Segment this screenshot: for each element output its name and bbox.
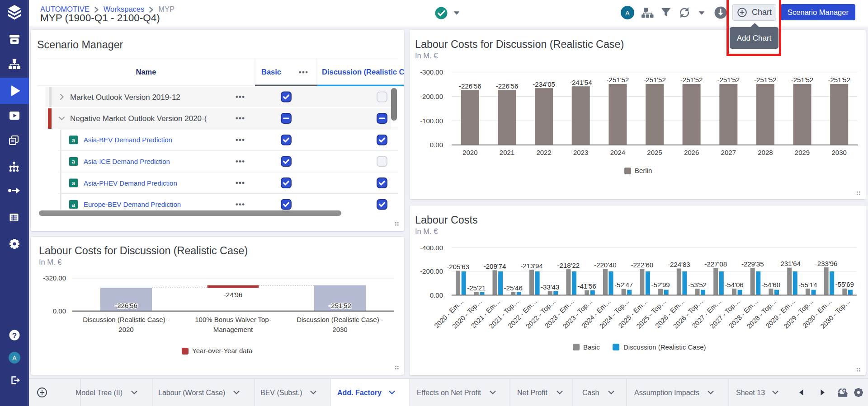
svg-text:Net Profit: Net Profit <box>517 389 547 397</box>
svg-text:2028: 2028 <box>758 149 773 156</box>
svg-text:-55'14: -55'14 <box>798 281 817 289</box>
svg-text:Basic: Basic <box>261 68 281 76</box>
svg-text:-226'56: -226'56 <box>496 82 519 90</box>
svg-text:2030: 2030 <box>832 149 847 156</box>
svg-text:-25'21: -25'21 <box>467 284 486 292</box>
svg-text:Name: Name <box>136 68 156 76</box>
svg-text:a: a <box>72 158 75 165</box>
svg-text:Model Tree (II): Model Tree (II) <box>75 389 123 397</box>
svg-text:Sheet 13: Sheet 13 <box>736 389 765 397</box>
svg-text:-251'52: -251'52 <box>329 302 351 309</box>
svg-text:2021: 2021 <box>500 149 514 156</box>
svg-text:-231'64: -231'64 <box>778 260 801 267</box>
svg-text:Basic: Basic <box>583 343 600 351</box>
svg-text:-200.00: -200.00 <box>420 267 443 275</box>
svg-text:0.00: 0.00 <box>53 307 66 315</box>
svg-text:Scenario Manager: Scenario Manager <box>37 39 123 51</box>
svg-text:A: A <box>625 9 630 17</box>
svg-text:-251'52: -251'52 <box>607 76 629 84</box>
svg-text:0.00: 0.00 <box>430 291 443 299</box>
svg-text:2026: 2026 <box>684 149 699 156</box>
svg-text:0.00: 0.00 <box>430 141 443 149</box>
svg-text:Year-over-Year data: Year-over-Year data <box>192 347 253 355</box>
svg-text:?: ? <box>12 331 17 340</box>
svg-text:2023: 2023 <box>573 149 588 156</box>
svg-text:-251'52: -251'52 <box>791 76 814 84</box>
svg-text:-229'35: -229'35 <box>741 260 764 268</box>
svg-text:-54'60: -54'60 <box>762 281 780 289</box>
svg-text:-33'43: -33'43 <box>541 283 559 291</box>
svg-text:Effects on Net Profit: Effects on Net Profit <box>417 389 481 397</box>
svg-text:-222'60: -222'60 <box>631 261 654 269</box>
svg-text:Discussion (Realistic C: Discussion (Realistic C <box>322 68 404 76</box>
svg-text:Labour (Worst Case): Labour (Worst Case) <box>158 389 225 397</box>
svg-text:-24'96: -24'96 <box>224 291 242 299</box>
svg-text:-25'46: -25'46 <box>504 284 523 292</box>
svg-text:Discussion (Realistic Case) -: Discussion (Realistic Case) - <box>297 316 383 323</box>
svg-text:-54'06: -54'06 <box>725 281 743 289</box>
svg-text:a: a <box>72 180 75 187</box>
svg-text:2029: 2029 <box>795 149 810 156</box>
svg-text:-251'52: -251'52 <box>643 76 666 84</box>
svg-text:A: A <box>12 355 17 362</box>
svg-text:-300.00: -300.00 <box>420 68 443 76</box>
svg-text:-241'54: -241'54 <box>570 79 592 86</box>
svg-text:-220'40: -220'40 <box>594 261 617 269</box>
svg-text:a: a <box>72 137 75 144</box>
svg-text:-251'52: -251'52 <box>680 76 703 84</box>
svg-text:-251'52: -251'52 <box>828 76 850 84</box>
svg-text:-52'99: -52'99 <box>651 281 670 289</box>
svg-text:Asia-BEV Demand Prediction: Asia-BEV Demand Prediction <box>84 136 172 144</box>
svg-text:-52'47: -52'47 <box>614 281 633 289</box>
svg-text:Cash: Cash <box>582 389 599 397</box>
svg-text:2025: 2025 <box>647 149 662 156</box>
svg-text:-41'56: -41'56 <box>578 282 596 290</box>
svg-text:Management: Management <box>213 326 253 333</box>
svg-text:-400.00: -400.00 <box>420 244 443 252</box>
svg-text:2020: 2020 <box>118 326 133 333</box>
svg-text:-226'56: -226'56 <box>115 302 137 309</box>
svg-text:Market Outlook Version 2019-12: Market Outlook Version 2019-12 <box>70 93 180 102</box>
svg-text:-209'74: -209'74 <box>484 262 506 270</box>
svg-text:Discussion (Realistic Case) -: Discussion (Realistic Case) - <box>83 316 170 323</box>
svg-text:Asia-PHEV Demand Prediction: Asia-PHEV Demand Prediction <box>84 179 177 187</box>
svg-text:-53'52: -53'52 <box>688 281 707 289</box>
svg-text:-224'83: -224'83 <box>668 261 690 268</box>
svg-text:Asia-ICE Demand Prediction: Asia-ICE Demand Prediction <box>84 158 170 165</box>
svg-text:-218'22: -218'22 <box>557 261 580 269</box>
svg-text:Add. Factory: Add. Factory <box>337 389 382 397</box>
svg-text:-251'52: -251'52 <box>717 76 740 84</box>
svg-text:Berlin: Berlin <box>635 167 652 174</box>
svg-text:Assumption Impacts: Assumption Impacts <box>634 389 699 397</box>
svg-text:-233'96: -233'96 <box>815 260 838 267</box>
svg-text:-55'69: -55'69 <box>835 280 854 288</box>
svg-text:-100.00: -100.00 <box>420 117 443 125</box>
svg-text:-251'52: -251'52 <box>754 76 777 84</box>
svg-text:Europe-BEV Demand Prediction: Europe-BEV Demand Prediction <box>84 201 181 208</box>
svg-text:-226'56: -226'56 <box>459 82 481 90</box>
svg-text:2020: 2020 <box>462 149 477 156</box>
svg-text:-205'63: -205'63 <box>447 263 469 271</box>
svg-text:-234'05: -234'05 <box>533 80 555 88</box>
svg-text:2027: 2027 <box>721 149 736 156</box>
svg-text:2024: 2024 <box>610 149 625 156</box>
svg-text:Discussion (Realistic Case): Discussion (Realistic Case) <box>623 343 706 351</box>
svg-text:-213'94: -213'94 <box>520 262 543 270</box>
svg-text:a: a <box>72 201 75 208</box>
svg-text:2022: 2022 <box>536 149 551 156</box>
svg-text:BEV (Subst.): BEV (Subst.) <box>260 389 302 397</box>
svg-text:-320.00: -320.00 <box>43 274 66 282</box>
svg-text:Negative Market Outlook Versio: Negative Market Outlook Version 2020-( <box>70 114 207 123</box>
svg-text:-227'08: -227'08 <box>704 260 727 268</box>
svg-text:2030: 2030 <box>332 326 347 333</box>
svg-text:100% Bonus Waiver Top-: 100% Bonus Waiver Top- <box>195 316 271 323</box>
svg-text:-200.00: -200.00 <box>420 93 443 100</box>
